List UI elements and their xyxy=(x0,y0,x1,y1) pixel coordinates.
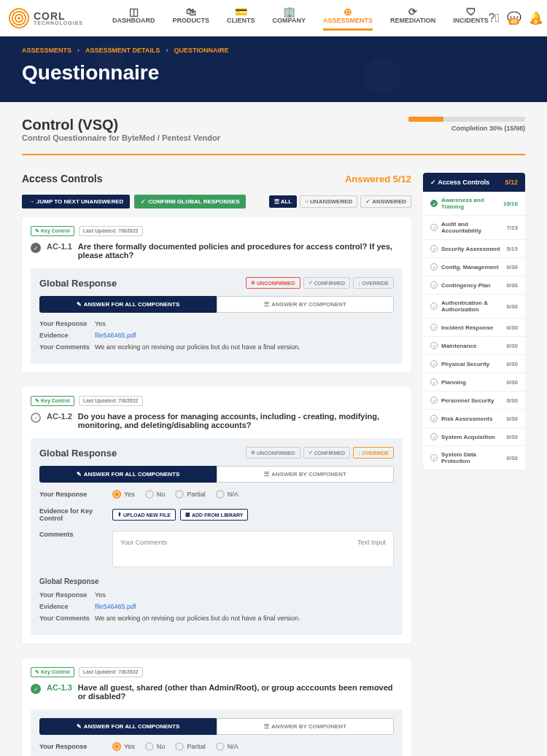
confirmed-chip[interactable]: ✓ CONFIRMED xyxy=(303,277,350,289)
logo-icon xyxy=(9,8,29,28)
tab-answer-by-component[interactable]: ☰ ANSWER BY COMPONENT xyxy=(217,718,394,735)
filter-answered[interactable]: ✓ ANSWERED xyxy=(360,195,411,208)
sidebar-item[interactable]: ✓Authentication & Authorization0/30 xyxy=(423,295,525,319)
status-icon: ✓ xyxy=(31,684,41,694)
radio-no[interactable]: No xyxy=(145,742,166,751)
toolbar: → JUMP TO NEXT UNANSWERED ✓ CONFIRM GLOB… xyxy=(22,195,411,209)
messages-icon[interactable]: 💬45 xyxy=(507,11,521,25)
override-chip[interactable]: ↕ OVERRIDE xyxy=(353,447,394,459)
key-control-tag: ✎ Key Control xyxy=(31,226,74,236)
products-icon: 🛍 xyxy=(186,6,196,17)
page-title: Questionnaire xyxy=(22,61,525,85)
confirm-global-button[interactable]: ✓ CONFIRM GLOBAL RESPONSES xyxy=(134,195,246,209)
global-response-title: Global Response xyxy=(39,278,117,289)
dashboard-icon: ◫ xyxy=(129,6,139,17)
evidence-link[interactable]: file546465.pdf xyxy=(95,332,394,339)
radio-partial[interactable]: Partial xyxy=(175,742,206,751)
nav-company[interactable]: 🏢COMPANY xyxy=(273,6,306,31)
jump-button[interactable]: → JUMP TO NEXT UNANSWERED xyxy=(22,195,130,209)
breadcrumb-assessments[interactable]: ASSESSMENTS xyxy=(22,47,71,54)
sidebar-item[interactable]: ✓Personnel Security0/30 xyxy=(423,391,525,410)
nav-assessments[interactable]: ⊕ASSESSMENTS xyxy=(323,6,373,31)
tab-answer-by-component[interactable]: ☰ ANSWER BY COMPONENT xyxy=(217,296,394,313)
last-updated-tag: Last Updated: 7/8/2022 xyxy=(79,226,143,236)
question-card: ✎ Key Control Last Updated: 7/8/2022 ✓ A… xyxy=(22,387,411,644)
sidebar-item[interactable]: ✓System Data Protection0/30 xyxy=(423,446,525,470)
key-control-tag: ✎ Key Control xyxy=(31,396,74,406)
radio-no[interactable]: No xyxy=(145,490,166,499)
nav-dashboard[interactable]: ◫DASHBOARD xyxy=(112,6,155,31)
sidebar-header[interactable]: ✓ Access Controls 5/12 xyxy=(423,173,525,192)
sidebar-item[interactable]: ✓Awareness and Training10/10 xyxy=(423,192,525,216)
section-title: Access Controls xyxy=(22,173,102,184)
breadcrumb-details[interactable]: ASSESSMENT DETAILS xyxy=(85,47,160,54)
company-icon: 🏢 xyxy=(283,6,295,17)
sidebar-item[interactable]: ✓Physical Security0/30 xyxy=(423,355,525,373)
radio-yes[interactable]: Yes xyxy=(112,742,135,751)
app-header: CORL TECHNOLOGIES ◫DASHBOARD 🛍PRODUCTS 💳… xyxy=(0,0,547,36)
incidents-icon: 🛡 xyxy=(466,6,476,17)
sidebar-item[interactable]: ✓Config. Management0/30 xyxy=(423,258,525,276)
remediation-icon: ⟳ xyxy=(408,6,417,17)
nav-clients[interactable]: 💳CLIENTS xyxy=(227,6,255,31)
breadcrumb: ASSESSMENTS› ASSESSMENT DETAILS› QUESTIO… xyxy=(22,47,525,54)
sidebar-item[interactable]: ✓System Acquisition0/30 xyxy=(423,428,525,446)
filter-unanswered[interactable]: ○ UNANSWERED xyxy=(300,195,357,208)
sidebar-item[interactable]: ✓Security Assessment5/15 xyxy=(423,240,525,258)
breadcrumb-questionnaire[interactable]: QUESTIONNAIRE xyxy=(174,47,228,54)
upload-file-button[interactable]: ⬆ UPLOAD NEW FILE xyxy=(112,509,176,521)
hero: ASSESSMENTS› ASSESSMENT DETAILS› QUESTIO… xyxy=(0,36,547,102)
response-value: Yes xyxy=(95,320,394,327)
confirmed-chip[interactable]: ✓ CONFIRMED xyxy=(303,447,350,459)
help-icon[interactable]: ?⃝ xyxy=(489,12,500,25)
sidebar-item[interactable]: ✓Planning0/30 xyxy=(423,373,525,391)
comments-textarea[interactable]: Your Comments Text Input xyxy=(112,531,394,567)
radio-na[interactable]: N/A xyxy=(216,742,238,751)
notifications-icon[interactable]: 🔔0 xyxy=(529,11,543,25)
override-chip[interactable]: ↕ OVERRIDE xyxy=(353,277,394,289)
global-response-subsection: Global Response xyxy=(39,577,394,585)
tab-answer-all[interactable]: ✎ ANSWER FOR ALL COMPONENTS xyxy=(39,296,217,313)
unconfirmed-chip[interactable]: ⊘ UNCONFIRMED xyxy=(246,447,300,459)
tab-answer-by-component[interactable]: ☰ ANSWER BY COMPONENT xyxy=(217,466,394,483)
radio-na[interactable]: N/A xyxy=(216,490,238,499)
question-card: ✎ Key Control Last Updated: 7/8/2022 ✓ A… xyxy=(22,217,411,373)
sidebar-item[interactable]: ✓Incident Response0/30 xyxy=(423,319,525,337)
control-subtitle: Control Questionnaire for ByteMed / Pent… xyxy=(22,133,220,142)
last-updated-tag: Last Updated: 7/8/2022 xyxy=(79,396,143,406)
global-response-panel: ✎ ANSWER FOR ALL COMPONENTS ☰ ANSWER BY … xyxy=(31,709,403,756)
logo[interactable]: CORL TECHNOLOGIES xyxy=(9,8,83,28)
nav-products[interactable]: 🛍PRODUCTS xyxy=(173,6,210,31)
radio-yes[interactable]: Yes xyxy=(112,490,135,499)
filter-all[interactable]: ☰ ALL xyxy=(269,195,298,208)
global-response-panel: Global Response ⊘ UNCONFIRMED ✓ CONFIRME… xyxy=(31,438,403,635)
categories-sidebar: ✓ Access Controls 5/12 ✓Awareness and Tr… xyxy=(423,173,525,470)
question-id: AC-1.2 xyxy=(47,412,72,421)
sidebar-item[interactable]: ✓Maintenance0/30 xyxy=(423,337,525,355)
key-control-tag: ✎ Key Control xyxy=(31,667,74,677)
status-icon: ✓ xyxy=(31,413,41,423)
sidebar-item[interactable]: ✓Audit and Accountability7/23 xyxy=(423,216,525,240)
unconfirmed-chip[interactable]: ⊘ UNCONFIRMED xyxy=(246,277,300,289)
nav-incidents[interactable]: 🛡INCIDENTS xyxy=(453,6,489,31)
main-nav: ◫DASHBOARD 🛍PRODUCTS 💳CLIENTS 🏢COMPANY ⊕… xyxy=(112,6,489,31)
response-radio-group: Yes No Partial N/A xyxy=(112,490,238,499)
question-id: AC-1.3 xyxy=(47,683,72,692)
last-updated-tag: Last Updated: 7/8/2022 xyxy=(79,667,143,677)
comments-value: We are working on revising our policies … xyxy=(95,343,394,351)
evidence-link[interactable]: file546465.pdf xyxy=(95,603,394,610)
tab-answer-all[interactable]: ✎ ANSWER FOR ALL COMPONENTS xyxy=(39,718,217,735)
messages-badge: 45 xyxy=(508,18,520,25)
sidebar-item[interactable]: ✓Risk Assessments0/30 xyxy=(423,410,525,428)
tab-answer-all[interactable]: ✎ ANSWER FOR ALL COMPONENTS xyxy=(39,466,217,483)
question-id: AC-1.1 xyxy=(47,242,72,251)
status-icon: ✓ xyxy=(31,243,41,253)
progress-text: Completion 30% (15/98) xyxy=(408,125,525,132)
divider xyxy=(22,154,525,155)
radio-partial[interactable]: Partial xyxy=(175,490,206,499)
add-from-library-button[interactable]: ▦ ADD FROM LIBRARY xyxy=(180,509,249,521)
sidebar-item[interactable]: ✓Contingency Plan0/30 xyxy=(423,276,525,295)
nav-remediation[interactable]: ⟳REMEDIATION xyxy=(390,6,435,31)
question-text: Have all guest, shared (other than Admin… xyxy=(78,683,403,701)
header-actions: ?⃝ 💬45 🔔0 xyxy=(489,9,547,28)
